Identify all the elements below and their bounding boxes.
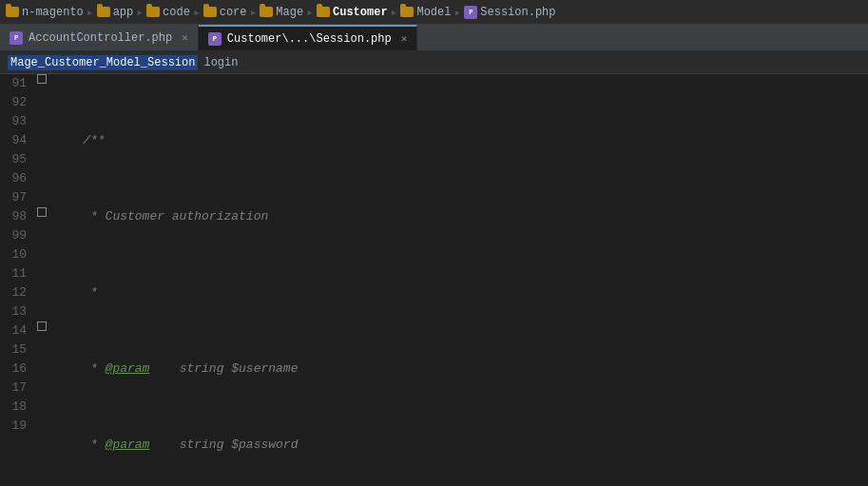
folder-icon bbox=[97, 7, 110, 17]
tab-close-session[interactable]: ✕ bbox=[401, 32, 408, 45]
code-line-95: * @param string $password bbox=[53, 436, 868, 455]
breadcrumb-app[interactable]: app bbox=[97, 6, 134, 19]
php-file-icon: P bbox=[464, 6, 477, 19]
breadcrumb-core[interactable]: core bbox=[203, 6, 247, 19]
folder-icon bbox=[146, 7, 160, 17]
breadcrumb-model[interactable]: Model bbox=[400, 6, 451, 19]
tab-close-account[interactable]: ✕ bbox=[182, 31, 188, 44]
code-content: /** * Customer authorization * * @param … bbox=[49, 74, 868, 486]
folder-icon bbox=[6, 7, 19, 17]
php-file-icon: P bbox=[10, 31, 23, 45]
breadcrumb-customer-label: Customer bbox=[333, 6, 388, 19]
breadcrumb-app-label: app bbox=[113, 6, 134, 19]
line-numbers: 91 92 93 94 95 96 97 98 99 10 11 12 13 1… bbox=[0, 74, 34, 486]
code-line-93: * bbox=[53, 283, 868, 302]
tab-account-label: AccountController.php bbox=[29, 31, 172, 45]
editor: 91 92 93 94 95 96 97 98 99 10 11 12 13 1… bbox=[0, 74, 868, 486]
breadcrumb-core-label: core bbox=[220, 6, 247, 19]
breadcrumb-customer[interactable]: Customer bbox=[317, 6, 388, 19]
php-file-icon: P bbox=[208, 32, 222, 46]
breadcrumb-bar: n-magento ▸ app ▸ code ▸ core ▸ Mage ▸ C… bbox=[0, 0, 868, 25]
breadcrumb-code[interactable]: code bbox=[146, 6, 190, 19]
breadcrumb-session-file[interactable]: P Session.php bbox=[464, 6, 555, 19]
fold-marker-98[interactable] bbox=[37, 207, 47, 217]
folder-icon bbox=[400, 7, 414, 17]
tab-account-controller[interactable]: P AccountController.php ✕ bbox=[0, 25, 199, 50]
breadcrumb-project[interactable]: n-magento bbox=[6, 6, 84, 19]
fold-marker-14[interactable] bbox=[37, 321, 47, 331]
gutter bbox=[34, 74, 49, 486]
path-method: login bbox=[203, 56, 238, 69]
code-line-92: * Customer authorization bbox=[53, 207, 868, 226]
tab-session-label: Customer\...\Session.php bbox=[227, 32, 392, 46]
breadcrumb-model-label: Model bbox=[416, 6, 451, 19]
code-line-94: * @param string $username bbox=[53, 360, 868, 379]
folder-icon bbox=[260, 7, 273, 17]
breadcrumb-mage-label: Mage bbox=[276, 6, 303, 19]
path-class: Mage_Customer_Model_Session bbox=[8, 55, 198, 70]
breadcrumb-mage[interactable]: Mage bbox=[260, 6, 303, 19]
path-bar: Mage_Customer_Model_Session login bbox=[0, 51, 868, 74]
tab-bar: P AccountController.php ✕ P Customer\...… bbox=[0, 25, 868, 51]
tab-session[interactable]: P Customer\...\Session.php ✕ bbox=[199, 25, 417, 50]
folder-icon bbox=[317, 7, 330, 17]
fold-marker-91[interactable] bbox=[37, 74, 47, 84]
breadcrumb-project-label: n-magento bbox=[22, 6, 84, 19]
folder-icon bbox=[203, 7, 217, 17]
breadcrumb-session-label: Session.php bbox=[480, 6, 555, 19]
breadcrumb-code-label: code bbox=[163, 6, 190, 19]
code-line-91: /** bbox=[53, 131, 868, 150]
